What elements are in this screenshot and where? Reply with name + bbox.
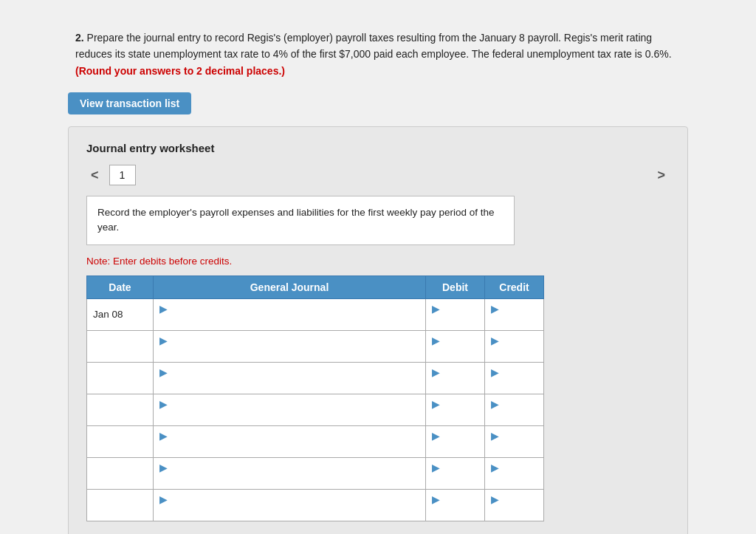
- debit-input-2[interactable]: [432, 379, 478, 390]
- cell-credit-1[interactable]: ▶: [485, 330, 544, 362]
- debit-arrow-3: ▶: [432, 398, 440, 410]
- cell-debit-6[interactable]: ▶: [426, 489, 485, 521]
- arrow-indicator-1: ▶: [159, 335, 168, 346]
- cell-debit-5[interactable]: ▶: [426, 457, 485, 489]
- worksheet-container: Journal entry worksheet < 1 > Record the…: [68, 126, 688, 534]
- description-box: Record the employer's payroll expenses a…: [86, 196, 515, 245]
- cell-journal-2[interactable]: ▶: [154, 362, 426, 394]
- debit-arrow-6: ▶: [432, 493, 440, 505]
- journal-input-2[interactable]: [159, 379, 419, 390]
- credit-arrow-1: ▶: [491, 335, 499, 346]
- debit-input-0[interactable]: [432, 315, 478, 326]
- cell-date-2[interactable]: [87, 362, 154, 394]
- question-number: 2.: [75, 32, 84, 44]
- debit-input-4[interactable]: [432, 442, 478, 453]
- question-text: 2. Prepare the journal entry to record R…: [68, 30, 688, 79]
- note-text: Note: Enter debits before credits.: [86, 256, 670, 267]
- cell-credit-6[interactable]: ▶: [485, 489, 544, 521]
- debit-input-3[interactable]: [432, 411, 478, 422]
- cell-credit-5[interactable]: ▶: [485, 457, 544, 489]
- debit-arrow-0: ▶: [432, 303, 440, 315]
- credit-arrow-5: ▶: [491, 462, 499, 473]
- nav-left-arrow[interactable]: <: [86, 166, 103, 185]
- credit-input-1[interactable]: [491, 347, 537, 358]
- debit-arrow-1: ▶: [432, 335, 440, 346]
- debit-input-5[interactable]: [432, 474, 478, 485]
- credit-input-6[interactable]: [491, 506, 537, 517]
- debit-arrow-4: ▶: [432, 430, 440, 442]
- credit-input-5[interactable]: [491, 474, 537, 485]
- table-row: ▶▶▶: [87, 425, 544, 457]
- nav-right-arrow[interactable]: >: [653, 166, 670, 185]
- view-transaction-button[interactable]: View transaction list: [68, 92, 191, 114]
- cell-date-0[interactable]: Jan 08: [87, 298, 154, 330]
- cell-journal-3[interactable]: ▶: [154, 394, 426, 425]
- col-header-debit: Debit: [426, 275, 485, 298]
- question-highlight: (Round your answers to 2 decimal places.…: [75, 65, 285, 77]
- page-container: 2. Prepare the journal entry to record R…: [46, 15, 710, 534]
- cell-journal-0[interactable]: ▶: [154, 298, 426, 330]
- table-row: Jan 08▶▶▶: [87, 298, 544, 330]
- cell-credit-0[interactable]: ▶: [485, 298, 544, 330]
- arrow-indicator-0: ▶: [159, 303, 168, 315]
- cell-journal-4[interactable]: ▶: [154, 425, 426, 457]
- journal-input-3[interactable]: [159, 411, 419, 422]
- table-row: ▶▶▶: [87, 457, 544, 489]
- col-header-date: Date: [87, 275, 154, 298]
- credit-input-3[interactable]: [491, 411, 537, 422]
- cell-journal-1[interactable]: ▶: [154, 330, 426, 362]
- arrow-indicator-5: ▶: [159, 462, 168, 473]
- description-text: Record the employer's payroll expenses a…: [97, 207, 495, 233]
- cell-date-5[interactable]: [87, 457, 154, 489]
- debit-input-1[interactable]: [432, 347, 478, 358]
- credit-arrow-6: ▶: [491, 493, 499, 505]
- cell-debit-3[interactable]: ▶: [426, 394, 485, 425]
- credit-arrow-2: ▶: [491, 366, 499, 378]
- journal-input-1[interactable]: [159, 347, 419, 358]
- cell-date-6[interactable]: [87, 489, 154, 521]
- cell-date-1[interactable]: [87, 330, 154, 362]
- table-row: ▶▶▶: [87, 489, 544, 521]
- journal-input-5[interactable]: [159, 474, 419, 485]
- debit-input-6[interactable]: [432, 506, 478, 517]
- table-row: ▶▶▶: [87, 362, 544, 394]
- arrow-indicator-6: ▶: [159, 493, 168, 505]
- cell-credit-2[interactable]: ▶: [485, 362, 544, 394]
- cell-credit-3[interactable]: ▶: [485, 394, 544, 425]
- journal-input-6[interactable]: [159, 506, 419, 517]
- nav-row: < 1 >: [86, 165, 670, 185]
- journal-table: Date General Journal Debit Credit Jan 08…: [86, 275, 544, 521]
- debit-arrow-5: ▶: [432, 462, 440, 473]
- cell-journal-6[interactable]: ▶: [154, 489, 426, 521]
- cell-date-4[interactable]: [87, 425, 154, 457]
- arrow-indicator-3: ▶: [159, 398, 168, 410]
- cell-debit-2[interactable]: ▶: [426, 362, 485, 394]
- debit-arrow-2: ▶: [432, 366, 440, 378]
- journal-input-0[interactable]: [159, 315, 419, 326]
- cell-debit-4[interactable]: ▶: [426, 425, 485, 457]
- cell-debit-0[interactable]: ▶: [426, 298, 485, 330]
- table-row: ▶▶▶: [87, 394, 544, 425]
- credit-arrow-4: ▶: [491, 430, 499, 442]
- arrow-indicator-2: ▶: [159, 366, 168, 378]
- credit-input-0[interactable]: [491, 315, 537, 326]
- arrow-indicator-4: ▶: [159, 430, 168, 442]
- worksheet-title: Journal entry worksheet: [86, 142, 670, 154]
- credit-input-2[interactable]: [491, 379, 537, 390]
- nav-number-box: 1: [109, 165, 136, 185]
- table-row: ▶▶▶: [87, 330, 544, 362]
- col-header-journal: General Journal: [154, 275, 426, 298]
- journal-input-4[interactable]: [159, 442, 419, 453]
- cell-debit-1[interactable]: ▶: [426, 330, 485, 362]
- credit-arrow-3: ▶: [491, 398, 499, 410]
- credit-input-4[interactable]: [491, 442, 537, 453]
- credit-arrow-0: ▶: [491, 303, 499, 315]
- cell-date-3[interactable]: [87, 394, 154, 425]
- nav-page-number: 1: [120, 169, 126, 181]
- question-body-text: Prepare the journal entry to record Regi…: [75, 32, 672, 60]
- cell-credit-4[interactable]: ▶: [485, 425, 544, 457]
- cell-journal-5[interactable]: ▶: [154, 457, 426, 489]
- col-header-credit: Credit: [485, 275, 544, 298]
